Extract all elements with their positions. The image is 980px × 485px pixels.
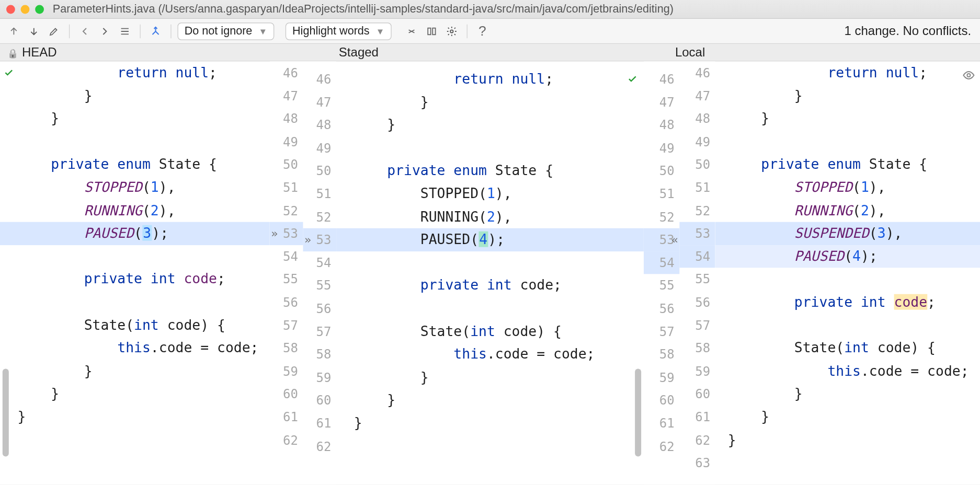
merge-icon[interactable] bbox=[147, 22, 165, 40]
lines-icon[interactable] bbox=[116, 22, 134, 40]
line-number: 53« bbox=[644, 228, 679, 251]
svg-rect-1 bbox=[432, 28, 435, 34]
diff-panes: return null; } } private enum State { ST… bbox=[0, 62, 980, 485]
line-number: 56 bbox=[303, 297, 336, 320]
line-number: 54 bbox=[644, 251, 679, 274]
ignore-select[interactable]: Do not ignore ▼ bbox=[178, 22, 275, 40]
merge-toolbar: Do not ignore ▼ Highlight words ▼ ? 1 ch… bbox=[0, 19, 980, 44]
highlight-select[interactable]: Highlight words ▼ bbox=[286, 22, 392, 40]
line-number: 50 bbox=[303, 159, 336, 182]
line-number: 61 bbox=[679, 406, 715, 429]
layout-button[interactable] bbox=[423, 22, 440, 40]
ignore-select-label: Do not ignore bbox=[185, 25, 253, 38]
gutter-head-staged: 4647484950515253»545556575859606162 4647… bbox=[270, 62, 336, 485]
line-number: 49 bbox=[679, 130, 715, 153]
line-number: 48 bbox=[303, 113, 336, 136]
line-number: 47 bbox=[270, 84, 303, 107]
next-diff-button[interactable] bbox=[25, 22, 43, 40]
line-number: 48 bbox=[270, 107, 303, 130]
checkmark-icon bbox=[628, 74, 637, 84]
line-number: 46 bbox=[270, 62, 303, 85]
head-label: HEAD bbox=[22, 45, 57, 60]
line-number: 58 bbox=[270, 337, 303, 360]
pane-headers: HEAD Staged Local bbox=[0, 44, 980, 62]
line-number: 49 bbox=[270, 130, 303, 153]
line-number: 56 bbox=[644, 297, 679, 320]
line-number: 52 bbox=[679, 199, 715, 222]
line-number: 46 bbox=[679, 62, 715, 85]
separator bbox=[466, 24, 467, 38]
line-number: 54 bbox=[303, 251, 336, 274]
line-number: 47 bbox=[303, 90, 336, 113]
line-number: 62 bbox=[644, 435, 679, 458]
line-number: 56 bbox=[679, 291, 715, 314]
line-number: 60 bbox=[679, 383, 715, 406]
apply-arrow-icon[interactable]: « bbox=[671, 228, 678, 251]
edit-button[interactable] bbox=[45, 22, 63, 40]
line-number: 55 bbox=[644, 274, 679, 297]
apply-arrow-icon[interactable]: » bbox=[271, 222, 278, 245]
line-number: 57 bbox=[303, 320, 336, 343]
line-number: 58 bbox=[644, 343, 679, 366]
line-number: 52 bbox=[303, 205, 336, 228]
prev-diff-button[interactable] bbox=[5, 22, 23, 40]
gear-icon[interactable] bbox=[443, 22, 461, 40]
back-button[interactable] bbox=[76, 22, 94, 40]
line-number: 62 bbox=[303, 435, 336, 458]
head-editor[interactable]: return null; } } private enum State { ST… bbox=[0, 62, 270, 485]
line-number: 49 bbox=[644, 136, 679, 159]
window-title: ParameterHints.java (/Users/anna.gaspary… bbox=[53, 3, 674, 16]
line-number: 46 bbox=[303, 68, 336, 91]
line-number: 55 bbox=[303, 274, 336, 297]
head-pane-header: HEAD bbox=[0, 44, 336, 61]
staged-pane-header: Staged bbox=[336, 44, 673, 61]
line-number: 51 bbox=[644, 182, 679, 205]
line-number: 49 bbox=[303, 136, 336, 159]
line-number: 58 bbox=[679, 337, 715, 360]
line-number: 59 bbox=[270, 360, 303, 383]
highlight-select-label: Highlight words bbox=[292, 25, 370, 38]
line-number: 51 bbox=[270, 176, 303, 199]
line-number: 53 bbox=[679, 222, 715, 245]
line-number: 47 bbox=[679, 84, 715, 107]
line-number: 61 bbox=[303, 412, 336, 435]
gutter-staged-local: 4647484950515253«545556575859606162 4647… bbox=[644, 62, 715, 485]
line-number: 50 bbox=[270, 153, 303, 176]
collapse-button[interactable] bbox=[403, 22, 420, 40]
apply-arrow-icon[interactable]: » bbox=[304, 228, 311, 251]
scrollbar[interactable] bbox=[3, 368, 9, 456]
staged-label: Staged bbox=[339, 45, 379, 60]
titlebar: ParameterHints.java (/Users/anna.gaspary… bbox=[0, 0, 980, 19]
svg-point-2 bbox=[450, 30, 453, 32]
chevron-down-icon: ▼ bbox=[376, 26, 385, 36]
local-label: Local bbox=[675, 45, 705, 60]
minimize-icon[interactable] bbox=[21, 5, 30, 14]
line-number: 51 bbox=[303, 182, 336, 205]
line-number: 61 bbox=[270, 406, 303, 429]
local-editor[interactable]: return null; } } private enum State { ST… bbox=[715, 62, 980, 485]
maximize-icon[interactable] bbox=[35, 5, 44, 14]
line-number: 50 bbox=[679, 153, 715, 176]
lock-icon bbox=[7, 45, 18, 60]
separator bbox=[69, 24, 70, 38]
chevron-down-icon: ▼ bbox=[258, 26, 267, 36]
separator bbox=[140, 24, 141, 38]
line-number: 50 bbox=[644, 159, 679, 182]
line-number: 54 bbox=[270, 245, 303, 268]
line-number: 55 bbox=[679, 268, 715, 291]
forward-button[interactable] bbox=[96, 22, 114, 40]
line-number: 51 bbox=[679, 176, 715, 199]
line-number: 47 bbox=[644, 90, 679, 113]
line-number: 48 bbox=[679, 107, 715, 130]
help-button[interactable]: ? bbox=[474, 22, 492, 40]
close-icon[interactable] bbox=[6, 5, 15, 14]
staged-editor[interactable]: return null; } } private enum State { ST… bbox=[336, 62, 644, 485]
line-number: 48 bbox=[644, 113, 679, 136]
line-number: 59 bbox=[644, 366, 679, 389]
line-number: 63 bbox=[679, 452, 715, 475]
line-number: 53» bbox=[303, 228, 336, 251]
line-number: 60 bbox=[270, 383, 303, 406]
merge-status: 1 change. No conflicts. bbox=[844, 24, 975, 39]
scrollbar[interactable] bbox=[635, 368, 641, 456]
separator bbox=[170, 24, 171, 38]
